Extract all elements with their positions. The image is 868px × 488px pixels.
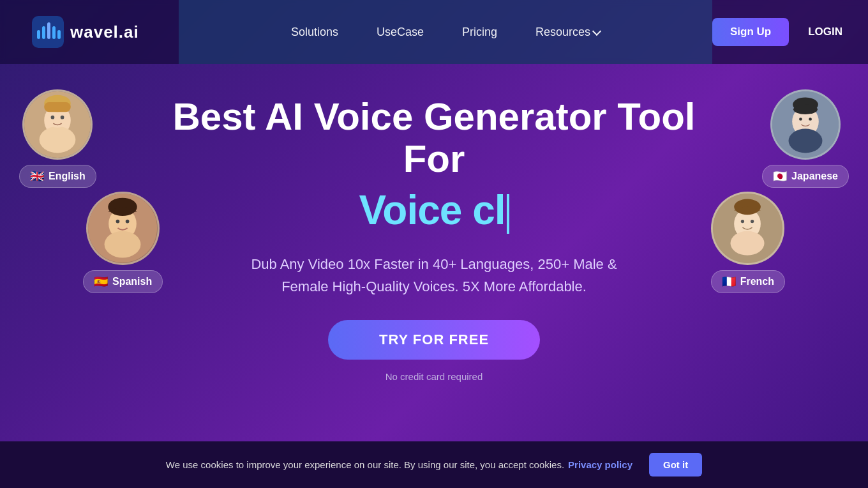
avatar-french-label: 🇫🇷 French (711, 270, 785, 293)
hero-section: 🇬🇧 English 🇯🇵 Japanese (0, 64, 868, 488)
svg-point-24 (116, 220, 120, 224)
avatar-spanish-image (86, 192, 160, 265)
nav-right: Sign Up LOGIN (712, 18, 868, 46)
japanese-label-text: Japanese (791, 171, 838, 182)
svg-rect-4 (52, 26, 56, 39)
svg-rect-1 (37, 30, 40, 39)
avatar-english: 🇬🇧 English (19, 89, 96, 188)
login-link[interactable]: LOGIN (808, 26, 842, 38)
svg-point-30 (741, 220, 744, 223)
nav-solutions[interactable]: Solutions (291, 26, 338, 39)
logo-area: wavel.ai (0, 16, 179, 48)
privacy-policy-link[interactable]: Privacy policy (568, 459, 632, 470)
avatar-english-image (22, 89, 93, 160)
got-it-button[interactable]: Got it (649, 453, 702, 477)
nav-pricing[interactable]: Pricing (462, 26, 497, 39)
avatar-japanese: 🇯🇵 Japanese (762, 89, 849, 188)
avatar-japanese-image (770, 89, 841, 160)
english-flag-icon: 🇬🇧 (30, 169, 44, 183)
svg-point-25 (126, 220, 130, 224)
english-label-text: English (49, 171, 86, 182)
svg-rect-2 (42, 26, 45, 39)
nav-links: Solutions UseCase Pricing Resources (179, 0, 712, 64)
nav-resources[interactable]: Resources (535, 26, 600, 39)
signup-button[interactable]: Sign Up (712, 18, 789, 46)
svg-rect-5 (57, 30, 61, 39)
avatar-spanish-label: 🇪🇸 Spanish (83, 270, 163, 293)
nav-usecase[interactable]: UseCase (377, 26, 424, 39)
french-flag-icon: 🇫🇷 (722, 275, 736, 289)
logo-icon (32, 16, 64, 48)
svg-rect-3 (47, 22, 50, 39)
svg-point-31 (751, 220, 754, 223)
svg-point-10 (51, 116, 55, 119)
french-label-text: French (740, 276, 774, 287)
spanish-label-text: Spanish (112, 276, 152, 287)
cookie-message: We use cookies to improve your experienc… (166, 459, 564, 470)
avatar-english-label: 🇬🇧 English (19, 165, 96, 188)
svg-rect-13 (45, 102, 71, 112)
svg-point-23 (105, 231, 141, 258)
cursor-icon (507, 194, 509, 234)
avatar-spanish: 🇪🇸 Spanish (83, 192, 163, 293)
cookie-banner: We use cookies to improve your experienc… (0, 441, 868, 488)
avatar-french: 🇫🇷 French (711, 192, 785, 293)
logo-text: wavel.ai (70, 22, 139, 42)
svg-point-18 (809, 118, 812, 121)
avatar-japanese-label: 🇯🇵 Japanese (762, 165, 849, 188)
svg-point-16 (789, 129, 823, 153)
svg-point-8 (40, 126, 76, 153)
try-free-button[interactable]: TRY FOR FREE (328, 320, 540, 360)
hero-animated-text: Voice cl (359, 187, 509, 234)
no-card-text: No credit card required (385, 371, 483, 382)
svg-point-20 (793, 105, 818, 114)
hero-subtitle: Dub Any Video 10x Faster in 40+ Language… (227, 253, 641, 298)
svg-point-26 (108, 198, 137, 216)
svg-point-29 (731, 231, 765, 255)
avatar-french-image (711, 192, 784, 265)
hero-title: Best AI Voice Generator Tool For (147, 96, 721, 180)
chevron-down-icon (592, 26, 601, 35)
svg-point-11 (61, 116, 64, 119)
japanese-flag-icon: 🇯🇵 (773, 169, 787, 183)
navbar: wavel.ai Solutions UseCase Pricing Resou… (0, 0, 868, 64)
svg-point-17 (799, 118, 802, 121)
spanish-flag-icon: 🇪🇸 (94, 275, 108, 289)
